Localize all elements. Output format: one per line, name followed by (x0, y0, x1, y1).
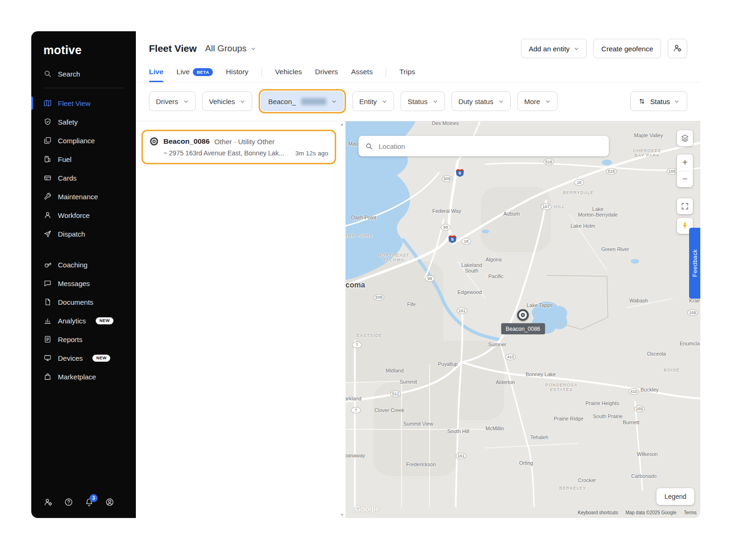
map-marker[interactable]: Beacon_0086 (517, 309, 529, 321)
sidebar-item-label: Messages (58, 280, 90, 287)
route-shield: 161 (456, 453, 466, 459)
tab-label: Assets (351, 68, 373, 76)
sidebar-item-search[interactable]: Search (31, 64, 136, 83)
sidebar-item-label: Fuel (58, 155, 71, 163)
attribution-item[interactable]: Terms (684, 510, 697, 515)
sidebar-item-cards[interactable]: Cards (31, 168, 136, 187)
chevron-down-icon (183, 99, 189, 104)
sidebar-item-safety[interactable]: Safety (31, 112, 136, 131)
route-shield: 161 (457, 308, 467, 314)
new-badge: NEW (92, 355, 110, 362)
sidebar-item-workforce[interactable]: Workforce (31, 206, 136, 224)
tab-vehicles[interactable]: Vehicles (275, 63, 302, 82)
group-selector-label: All Groups (205, 43, 247, 54)
map-label: Frederickson (406, 462, 436, 467)
sidebar-item-coaching[interactable]: Coaching (31, 255, 136, 274)
map-label: WNS POINT (345, 233, 373, 238)
sidebar-item-documents[interactable]: Documents (31, 293, 136, 311)
sidebar-item-label: Marketplace (58, 373, 96, 381)
sidebar-item-marketplace[interactable]: Marketplace (31, 367, 136, 386)
sidebar-item-dispatch[interactable]: Dispatch (31, 224, 136, 243)
map-label: Orting (519, 460, 533, 466)
tab-assets[interactable]: Assets (351, 63, 373, 82)
sidebar-item-fleet-view[interactable]: Fleet View (31, 94, 136, 112)
route-shield: 169 (667, 168, 677, 175)
new-badge: NEW (96, 317, 113, 324)
map-fullscreen-button[interactable] (677, 198, 693, 214)
map-label: Summit (400, 379, 417, 385)
entity-list-item[interactable]: Beacon_0086 Other · Utility Other ~ 2975… (141, 130, 336, 164)
create-geofence-label: Create geofence (601, 45, 653, 53)
account-icon[interactable] (105, 497, 114, 507)
sidebar-item-label: Safety (58, 118, 78, 126)
list-scrollbar[interactable]: ▲ ▼ (339, 122, 345, 517)
notifications-icon[interactable]: 3 (85, 497, 94, 507)
filter-chip-entity[interactable]: Entity (352, 91, 395, 111)
filter-chip-label: Beacon_ (268, 98, 296, 105)
tab-live-beta[interactable]: LiveBETA (176, 63, 213, 82)
tab-divider (261, 68, 262, 77)
map-label: Crocker (578, 477, 596, 483)
create-geofence-button[interactable]: Create geofence (593, 39, 661, 58)
sort-status-button[interactable]: Status (630, 91, 687, 111)
map-label: Puyallup (438, 361, 458, 367)
map-label: Prairie Ridge (554, 416, 584, 421)
map-label: Pacific (488, 273, 503, 279)
entity-last-seen: 3m 12s ago (295, 150, 328, 157)
sidebar-item-maintenance[interactable]: Maintenance (31, 187, 136, 206)
help-icon[interactable] (64, 497, 73, 507)
map-label: Federal Way (432, 208, 461, 214)
sidebar-item-devices[interactable]: DevicesNEW (31, 349, 136, 367)
entity-list-panel: Beacon_0086 Other · Utility Other ~ 2975… (136, 121, 345, 518)
map-label: Lakeland South (461, 262, 482, 273)
map-location-search[interactable]: Location (359, 136, 609, 156)
filter-chip-beacon[interactable]: Beacon_ (261, 91, 343, 111)
route-shield: 512 (390, 391, 401, 397)
zoom-in-button[interactable]: + (677, 155, 693, 171)
tab-history[interactable]: History (226, 63, 248, 82)
route-shield: 165 (634, 406, 645, 412)
app-window: motive SearchFleet ViewSafetyComplianceF… (31, 31, 700, 518)
attribution-item[interactable]: Keyboard shortcuts (578, 510, 618, 515)
sidebar-divider (43, 88, 124, 88)
map-label: South Hill (447, 428, 469, 434)
filter-chip-more[interactable]: More (517, 91, 557, 111)
zoom-out-button[interactable]: − (677, 171, 693, 187)
filter-chip-duty-status[interactable]: Duty status (451, 91, 511, 111)
group-selector[interactable]: All Groups (205, 43, 256, 54)
scroll-down-icon[interactable]: ▼ (340, 513, 344, 517)
tab-trips[interactable]: Trips (399, 63, 415, 82)
marker-label: Beacon_0086 (501, 323, 545, 335)
tab-drivers[interactable]: Drivers (315, 63, 338, 82)
map-label: Tehaleh (530, 434, 549, 440)
map-label: Green River (601, 246, 629, 252)
sidebar-item-analytics[interactable]: AnalyticsNEW (31, 311, 136, 330)
legend-button[interactable]: Legend (656, 488, 694, 505)
legend-label: Legend (664, 493, 686, 500)
user-settings-icon[interactable] (43, 497, 53, 507)
tab-live[interactable]: Live (149, 63, 163, 82)
feedback-tab[interactable]: Feedback (689, 228, 700, 299)
filter-chip-label: Vehicles (209, 98, 235, 105)
entity-row-main: Beacon_0086 Other · Utility Other (149, 137, 328, 146)
map-layers-button[interactable] (677, 130, 693, 146)
sidebar-item-compliance[interactable]: Compliance (31, 131, 136, 150)
sidebar-item-fuel[interactable]: Fuel (31, 150, 136, 168)
tab-label: Drivers (315, 68, 338, 76)
manage-users-button[interactable] (668, 39, 687, 58)
add-entity-button[interactable]: Add an entity (521, 39, 587, 58)
map-label: Lake Tapps (527, 302, 553, 308)
filter-chip-status[interactable]: Status (401, 91, 445, 111)
filter-chip-vehicles[interactable]: Vehicles (202, 91, 253, 111)
map-label: Carbonado (631, 473, 656, 479)
filter-chip-drivers[interactable]: Drivers (149, 91, 196, 111)
map-container[interactable]: Des MoinesMaurMaple ValleyCHEROKEE BAY P… (345, 121, 700, 518)
sidebar-item-reports[interactable]: Reports (31, 330, 136, 349)
map-label: Maple Valley (634, 133, 663, 138)
sort-label: Status (650, 98, 670, 105)
scroll-up-icon[interactable]: ▲ (340, 122, 344, 126)
sidebar-item-messages[interactable]: Messages (31, 274, 136, 293)
user-gear-icon (673, 43, 682, 54)
chevron-down-icon (382, 99, 387, 104)
map-label: coma (345, 281, 365, 289)
